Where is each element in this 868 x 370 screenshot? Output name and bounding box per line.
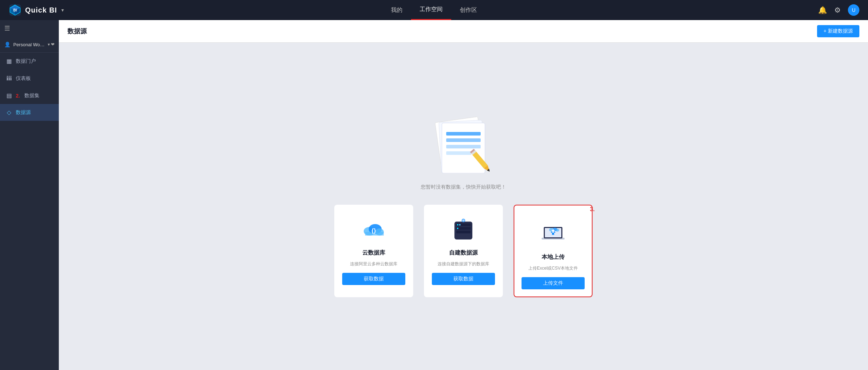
annotation-3: 3.	[590, 206, 595, 213]
page-title: 数据源	[67, 27, 87, 35]
nav-right: 🔔 ⚙ U	[818, 4, 859, 16]
cloud-db-card[interactable]: {} 云数据库 连接阿里云多种云数据库 获取数据	[334, 205, 413, 297]
dashboard-icon: 𝐢𝐢𝐢	[6, 75, 12, 82]
page-header: 数据源 + 新建数据源	[59, 20, 868, 43]
svg-rect-10	[446, 138, 481, 142]
local-upload-btn[interactable]: 上传文件	[522, 277, 585, 289]
local-upload-title: 本地上传	[542, 253, 565, 261]
sidebar-user-text: Personal Work...	[13, 42, 45, 47]
svg-rect-11	[446, 145, 481, 148]
top-navigation: BI Quick BI ▾ 1. 我的 工作空间 创作区 🔔 ⚙ U	[0, 0, 868, 20]
self-built-desc: 连接自建数据源下的数据库	[438, 261, 489, 267]
cloud-db-desc: 连接阿里云多种云数据库	[350, 261, 397, 267]
svg-text:BI: BI	[13, 8, 17, 12]
datasource-icon: ◇	[6, 109, 12, 116]
logo-chevron-icon: ▾	[61, 7, 64, 13]
svg-rect-28	[457, 228, 458, 229]
svg-rect-25	[457, 224, 458, 226]
sidebar-item-dashboard[interactable]: 𝐢𝐢𝐢 仪表板	[0, 70, 59, 87]
new-datasource-button[interactable]: + 新建数据源	[817, 25, 859, 37]
logo-icon: BI	[9, 4, 22, 16]
sidebar-user[interactable]: 👤 Personal Work... ▾ ❤	[0, 37, 59, 53]
sidebar-item-dataset[interactable]: ▤ 2. 数据集	[0, 87, 59, 104]
sidebar-item-portal[interactable]: ▦ 数据门户	[0, 53, 59, 70]
svg-rect-26	[459, 224, 461, 226]
dataset-icon: ▤	[6, 92, 12, 99]
cloud-db-btn[interactable]: 获取数据	[342, 273, 405, 285]
svg-text:{}: {}	[372, 228, 376, 234]
main-content: 数据源 + 新建数据源	[59, 20, 868, 370]
app-body: ☰ 👤 Personal Work... ▾ ❤ ▦ 数据门户 𝐢𝐢𝐢 仪表板 …	[0, 20, 868, 370]
user-icon: 👤	[4, 42, 10, 47]
logo[interactable]: BI Quick BI ▾	[9, 4, 64, 16]
cloud-db-icon: {}	[359, 216, 388, 245]
self-built-card[interactable]: 自建数据源 连接自建数据源下的数据库 获取数据	[424, 205, 503, 297]
cards-row: {} 云数据库 连接阿里云多种云数据库 获取数据	[334, 205, 593, 297]
empty-illustration	[428, 116, 499, 173]
svg-point-31	[462, 219, 464, 222]
logo-text: Quick BI	[25, 6, 57, 14]
portal-icon: ▦	[6, 58, 12, 65]
nav-mine[interactable]: 我的	[382, 0, 411, 20]
self-built-title: 自建数据源	[449, 249, 478, 257]
settings-icon[interactable]: ⚙	[834, 6, 841, 14]
self-built-icon	[449, 216, 478, 245]
local-upload-desc: 上传Excel或CSV本地文件	[528, 265, 578, 271]
empty-state-text: 您暂时没有数据集，快快开始获取吧！	[421, 184, 506, 190]
nav-workspace[interactable]: 工作空间	[411, 0, 451, 20]
notification-icon[interactable]: 🔔	[818, 6, 827, 14]
local-upload-card[interactable]: 3.	[514, 205, 593, 297]
svg-point-38	[556, 229, 559, 232]
sidebar-dropdown-icon[interactable]: ▾ ❤	[48, 42, 55, 47]
user-avatar[interactable]: U	[848, 4, 859, 16]
sidebar: ☰ 👤 Personal Work... ▾ ❤ ▦ 数据门户 𝐢𝐢𝐢 仪表板 …	[0, 20, 59, 370]
local-upload-icon	[539, 220, 567, 249]
sidebar-menu-icon[interactable]: ☰	[0, 20, 59, 37]
empty-state: 您暂时没有数据集，快快开始获取吧！ {}	[59, 43, 868, 370]
nav-create[interactable]: 创作区	[451, 0, 486, 20]
svg-rect-29	[456, 231, 471, 233]
sidebar-item-datasource[interactable]: ◇ 数据源	[0, 104, 59, 121]
svg-rect-9	[446, 132, 481, 136]
nav-center: 1. 我的 工作空间 创作区	[382, 0, 486, 20]
cloud-db-title: 云数据库	[362, 249, 385, 257]
self-built-btn[interactable]: 获取数据	[432, 273, 495, 285]
svg-rect-12	[446, 151, 471, 155]
